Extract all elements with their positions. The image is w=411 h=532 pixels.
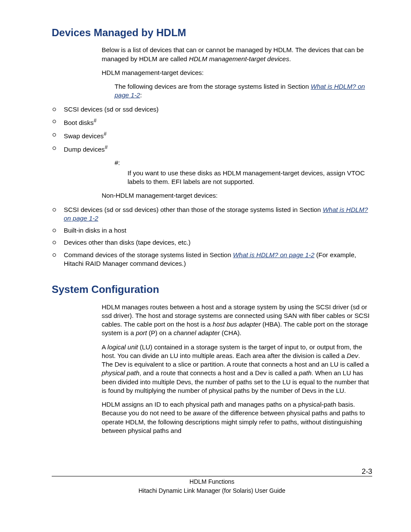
intro-paragraph: Below is a list of devices that can or c… — [102, 46, 372, 63]
list-item: SCSI devices (sd or ssd devices) — [52, 105, 372, 114]
footer-line1: HDLM Functions — [52, 478, 372, 486]
list-item: Boot disks# — [52, 117, 372, 127]
hash-sup: # — [104, 131, 107, 137]
li-link[interactable]: What is HDLM? on page 1-2 — [233, 251, 314, 258]
p1-d: port — [136, 329, 147, 336]
bullets-mtd: SCSI devices (sd or ssd devices) Boot di… — [52, 105, 372, 154]
section-heading-sysconfig: System Configuration — [52, 283, 372, 296]
page-number: 2-3 — [361, 467, 372, 477]
mtd-lead-a: The following devices are from the stora… — [115, 83, 311, 90]
p2-f: physical path — [102, 369, 140, 376]
p2-b: logical unit — [107, 343, 138, 351]
list-item: SCSI devices (sd or ssd devices) other t… — [52, 205, 372, 223]
hash-sup: # — [93, 118, 97, 124]
section-heading-devices: Devices Managed by HDLM — [52, 26, 372, 40]
sysconfig-p3: HDLM assigns an ID to each physical path… — [102, 400, 372, 435]
non-mtd-label: Non-HDLM management-target devices: — [102, 191, 372, 200]
li-text: Devices other than disks (tape devices, … — [64, 239, 190, 246]
p1-b: host bus adapter — [212, 320, 261, 328]
p1-e: (P) on a — [147, 329, 174, 336]
li-text: Boot disks — [64, 119, 93, 126]
p2-g: , and a route that connects a host and a… — [140, 369, 299, 376]
mtd-label: HDLM management-target devices: — [102, 68, 372, 77]
bullets-non-mtd: SCSI devices (sd or ssd devices) other t… — [52, 205, 372, 268]
li-text: SCSI devices (sd or ssd devices) — [64, 106, 159, 113]
mtd-lead: The following devices are from the stora… — [115, 82, 372, 100]
p1-f: channel adapter — [174, 329, 220, 336]
li-text-a: SCSI devices (sd or ssd devices) other t… — [64, 206, 323, 213]
p2-c: (LU) contained in a storage system is th… — [102, 343, 362, 359]
p1-g: (CHA). — [220, 329, 241, 336]
li-text: Swap devices — [64, 132, 104, 140]
footer-line2: Hitachi Dynamic Link Manager (for Solari… — [52, 487, 372, 495]
li-text: Dump devices — [64, 146, 105, 153]
list-item: Dump devices# — [52, 144, 372, 154]
hash-text: If you want to use these disks as HDLM m… — [128, 169, 372, 187]
li-text-a: Command devices of the storage systems l… — [64, 251, 233, 258]
list-item: Swap devices# — [52, 131, 372, 140]
sysconfig-p1: HDLM manages routes between a host and a… — [102, 303, 372, 338]
mtd-lead-b: : — [140, 91, 142, 99]
hash-sup: # — [105, 144, 108, 150]
list-item: Command devices of the storage systems l… — [52, 251, 372, 268]
list-item: Devices other than disks (tape devices, … — [52, 238, 372, 247]
list-item: Built-in disks in a host — [52, 226, 372, 235]
p2-d: Dev — [347, 352, 358, 359]
p2-h: path — [299, 369, 311, 376]
hash-label: #: — [115, 159, 372, 167]
sysconfig-p2: A logical unit (LU) contained in a stora… — [102, 343, 372, 395]
intro-text-c: . — [289, 55, 291, 62]
page-footer: 2-3 HDLM Functions Hitachi Dynamic Link … — [52, 476, 372, 495]
intro-text-b: HDLM management-target devices — [189, 55, 290, 62]
p2-a: A — [102, 343, 107, 351]
li-text: Built-in disks in a host — [64, 227, 126, 234]
